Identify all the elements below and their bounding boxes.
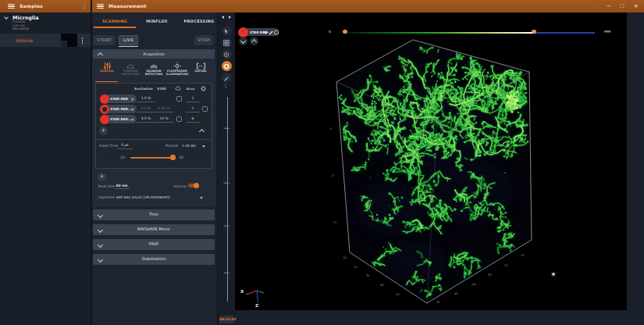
colorbar-low-marker[interactable] xyxy=(343,30,347,34)
dye-chip[interactable]: STAR RED... ✕ xyxy=(100,115,137,123)
acq-tab-flexposure-illumination[interactable]: FLEXPOSUREILLUMINATION xyxy=(165,60,189,80)
collapse-table-icon[interactable] xyxy=(199,129,205,134)
measurement-control-panel: SCANNING MINFLUX PROCESSING START LIVE S… xyxy=(92,12,217,325)
svg-text:20: 20 xyxy=(331,174,335,177)
live-button[interactable]: LIVE xyxy=(119,35,138,45)
channel-color-dot[interactable] xyxy=(100,95,109,104)
section-stabilization[interactable]: Stabilization xyxy=(93,254,215,265)
section-frap[interactable]: FRAP xyxy=(93,239,215,250)
add-configuration-button[interactable]: + xyxy=(98,173,106,181)
stop-button[interactable]: STOP xyxy=(194,35,213,45)
visibility-eye-icon[interactable] xyxy=(263,30,269,35)
tool-annotate-button[interactable] xyxy=(222,73,232,83)
tab-minflux[interactable]: MINFLUX xyxy=(136,16,178,27)
accu-input[interactable]: 1 xyxy=(186,106,200,112)
remove-channel-icon[interactable]: ✕ xyxy=(130,107,134,112)
axis-gizmo xyxy=(246,291,264,302)
tab-scanning[interactable]: SCANNING xyxy=(94,16,136,27)
status-indicator-dot xyxy=(594,5,597,8)
remove-channel-icon[interactable]: ✕ xyxy=(130,97,134,102)
accu-input[interactable]: 1 xyxy=(186,96,200,102)
pixel-size-label: Pixel Size xyxy=(98,184,115,188)
add-channel-button[interactable]: + xyxy=(99,127,108,135)
channel-row: STAR RED... ✕ 0.5 % 0.45 % 1 xyxy=(98,105,211,113)
samples-menu-icon[interactable] xyxy=(8,4,15,9)
accu-input[interactable]: 6 xyxy=(186,116,200,123)
volume-toggle[interactable] xyxy=(188,183,199,188)
samples-kebab-icon[interactable] xyxy=(84,4,86,10)
channel-checkbox[interactable] xyxy=(176,116,182,122)
axis-x-label: X xyxy=(240,289,244,294)
sted-3d-label: 3D xyxy=(179,155,183,159)
channel-checkbox[interactable] xyxy=(202,106,208,112)
col-header-sted: STED xyxy=(152,87,171,91)
excitation-input[interactable]: 3.5 % xyxy=(137,116,155,123)
viewer-channel-chip[interactable]: STAR RED xyxy=(239,28,279,36)
volume-thumbnail xyxy=(61,34,77,47)
sted-slider-track[interactable] xyxy=(130,157,173,159)
acquisition-header[interactable]: Acquisition xyxy=(93,49,215,59)
channel-table: Excitation STED Accu STAR RED ✕ 1.5 % xyxy=(95,83,212,169)
volume-toggle-label: Volume xyxy=(173,184,186,188)
objective-select[interactable]: 60X NA1.42(oil) [UPLXAPO60XO] xyxy=(115,195,197,201)
table-divider xyxy=(96,139,212,140)
svg-text:20: 20 xyxy=(504,264,508,267)
layer-down-button[interactable] xyxy=(239,37,247,45)
svg-text:30: 30 xyxy=(366,274,370,277)
minimize-button[interactable]: − xyxy=(604,2,614,10)
objective-label: Objective xyxy=(98,195,115,199)
sample-details: STAINED LIVE EM BRAINBOW xyxy=(12,20,29,31)
acq-tab-timebow-detection[interactable]: TIMEBOWDETECTION xyxy=(119,60,142,80)
ruler-tick-label: 40 xyxy=(220,271,226,274)
start-button[interactable]: START xyxy=(94,35,115,45)
image-viewer-3d[interactable]: 10 20 30 40 50 50 40 µm 30 20 10 10 20 3… xyxy=(235,12,627,310)
pixel-size-input[interactable]: 40 nm xyxy=(114,184,130,190)
volume-item-label: Volume xyxy=(16,38,33,43)
sted-input[interactable]: 20 % xyxy=(155,116,173,123)
volume-kebab-icon[interactable] xyxy=(81,38,84,44)
excitation-input[interactable]: 0.5 % xyxy=(137,106,155,112)
acq-tab-rainbow-detection[interactable]: RAINBOWDETECTION xyxy=(142,60,165,80)
channel-checkbox[interactable] xyxy=(176,96,182,102)
section-rayshape-mirror[interactable]: RAYSHAPE Mirror xyxy=(93,224,215,235)
svg-text:10: 10 xyxy=(343,256,347,259)
dwell-time-input[interactable]: 5 µs xyxy=(117,143,133,149)
colorbar-gradient[interactable] xyxy=(346,32,533,34)
dye-chip[interactable]: STAR RED ✕ xyxy=(100,95,137,103)
excitation-input[interactable]: 1.5 % xyxy=(137,96,155,102)
dye-chip[interactable]: STAR RED... ✕ xyxy=(100,105,137,113)
col-header-gear-icon xyxy=(198,86,208,91)
colormap-icon[interactable] xyxy=(274,30,279,35)
acq-tab-gating[interactable]: GATING xyxy=(189,60,212,80)
expand-icon xyxy=(98,241,103,247)
close-button[interactable]: ✕ xyxy=(632,2,641,10)
objective-dropdown-icon[interactable] xyxy=(200,197,203,199)
channel-row: STAR RED... ✕ 3.5 % 20 % 6 xyxy=(98,115,211,123)
next-arrow-icon[interactable] xyxy=(229,16,231,19)
measurement-menu-icon[interactable] xyxy=(97,4,104,9)
svg-text:10: 10 xyxy=(329,127,333,130)
sample-item-volume[interactable]: Volume xyxy=(0,34,91,47)
maximize-button[interactable]: ⛶ xyxy=(617,2,627,10)
tool-pointer-button[interactable] xyxy=(222,26,232,36)
layer-up-button[interactable] xyxy=(250,37,258,45)
sted-input[interactable]: 0.45 % xyxy=(155,106,173,112)
colorbar-high-marker[interactable] xyxy=(532,30,536,34)
tool-grid-button[interactable] xyxy=(222,38,232,48)
channel-color-dot[interactable] xyxy=(100,115,109,124)
channel-red-dot[interactable] xyxy=(238,27,248,38)
section-time[interactable]: Time xyxy=(93,209,215,220)
tool-crosshair-button[interactable] xyxy=(222,49,232,59)
chevron-down-icon[interactable] xyxy=(4,15,9,20)
remove-channel-icon[interactable]: ✕ xyxy=(130,117,134,122)
pinhole-value[interactable]: 1.00 AU xyxy=(180,144,197,149)
channel-color-ring[interactable] xyxy=(100,105,109,114)
acq-tab-general[interactable]: GENERAL xyxy=(95,60,119,80)
tool-3d-rotate-button[interactable] xyxy=(222,61,232,71)
sted-slider-knob[interactable] xyxy=(170,155,176,160)
prev-arrow-icon[interactable] xyxy=(222,16,224,19)
collapse-icon xyxy=(98,52,103,57)
live-button-underline xyxy=(119,46,138,47)
tab-processing[interactable]: PROCESSING xyxy=(178,16,220,27)
pinhole-dropdown-icon[interactable] xyxy=(202,145,205,148)
